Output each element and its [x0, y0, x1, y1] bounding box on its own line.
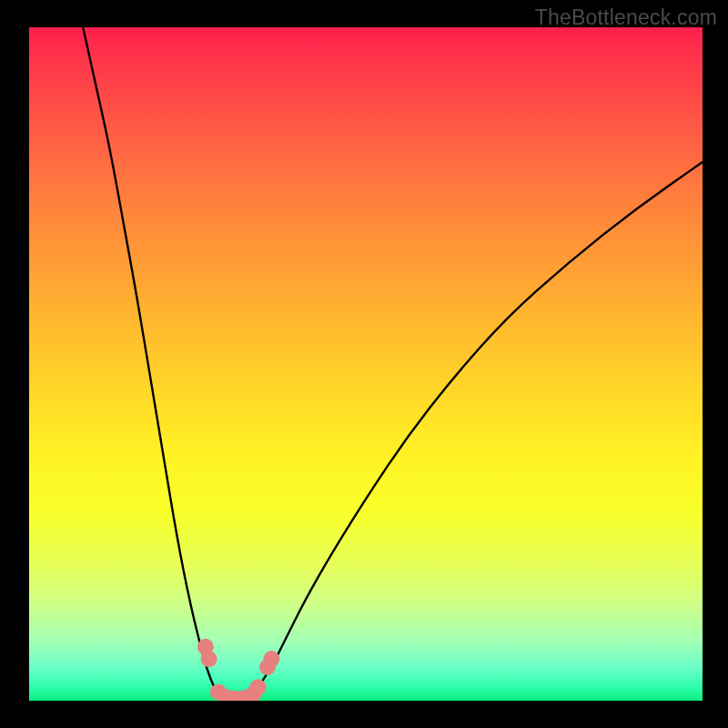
- marker-point: [263, 651, 279, 667]
- marker-point: [201, 651, 217, 667]
- plot-area: [29, 27, 703, 701]
- watermark-text: TheBottleneck.com: [535, 5, 717, 30]
- marker-point: [250, 679, 267, 695]
- series-curve-right: [251, 162, 703, 701]
- curve-layer: [29, 27, 703, 701]
- series-curve-left: [83, 27, 224, 701]
- chart-frame: TheBottleneck.com: [0, 0, 728, 728]
